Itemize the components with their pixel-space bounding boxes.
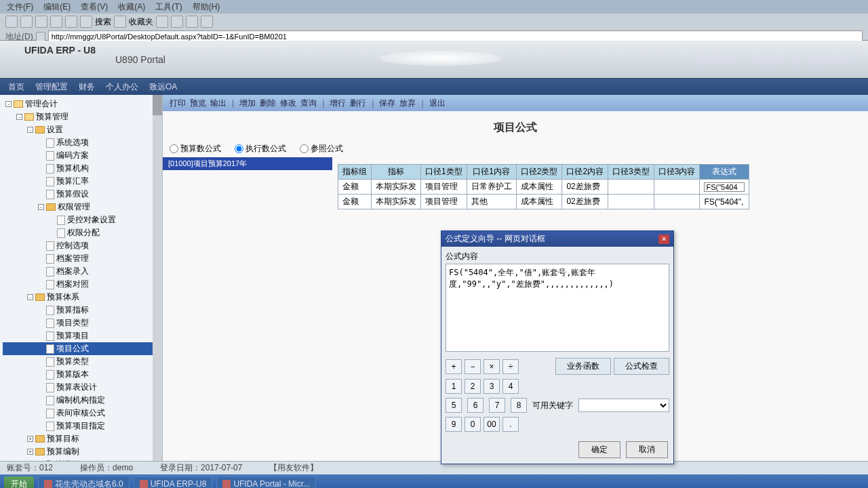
nav-personal[interactable]: 个人办公 [106, 81, 138, 93]
op-div[interactable]: ÷ [502, 359, 519, 374]
tree-node[interactable]: 预算机构 [3, 162, 159, 175]
formula-check-button[interactable]: 公式检查 [614, 358, 669, 375]
task-item[interactable]: UFIDA Portal - Micr... [216, 476, 316, 488]
expand-icon[interactable]: - [16, 114, 22, 120]
stop-icon[interactable] [35, 16, 47, 28]
tree-node[interactable]: 预算版本 [3, 368, 159, 381]
tree-node[interactable]: 预算假设 [3, 188, 159, 201]
num-2[interactable]: 2 [465, 379, 481, 394]
tree-node[interactable]: 受控对象设置 [3, 214, 159, 226]
forward-icon[interactable] [20, 16, 33, 28]
tb-delrow[interactable]: 删行 [350, 98, 366, 109]
col-header[interactable]: 指标 [372, 165, 421, 180]
selected-project-row[interactable]: [01000]项目预算2017年 [163, 157, 332, 170]
op-minus[interactable]: − [465, 359, 481, 374]
tool-icon[interactable] [186, 16, 198, 28]
nav-home[interactable]: 首页 [8, 81, 24, 93]
num-1[interactable]: 1 [446, 379, 462, 394]
num-0[interactable]: 0 [465, 417, 481, 432]
col-header[interactable]: 口径3类型 [608, 165, 654, 180]
refresh-icon[interactable] [50, 16, 62, 28]
num-00[interactable]: 00 [484, 417, 500, 432]
tree-node[interactable]: 预算项目指定 [3, 420, 159, 432]
col-header[interactable]: 口径1类型 [421, 165, 467, 180]
tb-modify[interactable]: 修改 [280, 98, 296, 109]
tree-node[interactable]: +预算目标 [3, 432, 159, 445]
tb-save[interactable]: 保存 [379, 98, 395, 109]
tool-icon[interactable] [201, 16, 213, 28]
table-row[interactable]: 金额本期实际发项目管理其他成本属性02差旅费FS("5404", [338, 195, 749, 209]
tb-add[interactable]: 增加 [239, 98, 256, 109]
keyword-select[interactable] [578, 399, 669, 412]
tb-addrow[interactable]: 增行 [330, 98, 346, 109]
favorites-icon[interactable] [114, 16, 126, 28]
tree-node[interactable]: 预算类型 [3, 355, 159, 368]
num-5[interactable]: 5 [446, 398, 462, 413]
tree-node[interactable]: 档案对照 [3, 278, 159, 291]
home-icon[interactable] [65, 16, 77, 28]
tree-node[interactable]: -权限管理 [3, 201, 159, 214]
menu-fav[interactable]: 收藏(A) [118, 1, 145, 12]
nav-oa[interactable]: 致远OA [149, 81, 177, 93]
col-header[interactable]: 口径2内容 [562, 165, 608, 180]
search-icon[interactable] [80, 16, 92, 28]
op-mult[interactable]: × [484, 359, 500, 374]
tree-node[interactable]: -预算管理 [3, 110, 159, 123]
tool-icon[interactable] [156, 16, 168, 28]
enterprise-platform-link[interactable]: 进入企业应用平台 [793, 56, 859, 66]
tree-node[interactable]: 权限分配 [3, 226, 159, 239]
tree-node[interactable]: 编制机构指定 [3, 394, 159, 407]
dialog-titlebar[interactable]: 公式定义向导 -- 网页对话框 ✕ [441, 231, 673, 247]
expr-cell[interactable] [700, 180, 749, 195]
expr-cell[interactable]: FS("5404", [700, 195, 749, 209]
tree-node[interactable]: 项目公式 [3, 342, 159, 355]
tb-export[interactable]: 输出 [210, 98, 226, 109]
formula-textarea[interactable] [446, 264, 669, 352]
tree-node[interactable]: 控制选项 [3, 239, 159, 252]
tree-node[interactable]: -管理会计 [3, 98, 159, 110]
tree-node[interactable]: 表间审核公式 [3, 407, 159, 420]
radio-ref[interactable]: 参照公式 [300, 143, 343, 155]
expand-icon[interactable]: - [27, 127, 33, 133]
nav-config[interactable]: 管理配置 [35, 81, 68, 93]
menu-tools[interactable]: 工具(T) [155, 1, 182, 12]
tree-node[interactable]: 项目类型 [3, 317, 159, 329]
back-icon[interactable] [5, 16, 18, 28]
change-password-link[interactable]: 修改密码 [749, 56, 782, 66]
expand-icon[interactable]: + [27, 449, 33, 455]
task-item[interactable]: UFIDA ERP-U8 [134, 476, 213, 488]
tree-node[interactable]: 预算指标 [3, 304, 159, 317]
tree-node[interactable]: 系统选项 [3, 136, 159, 149]
tb-delete[interactable]: 删除 [260, 98, 276, 109]
expr-input[interactable] [704, 182, 745, 192]
num-6[interactable]: 6 [467, 398, 484, 413]
tree-node[interactable]: 编码方案 [3, 149, 159, 162]
tree-node[interactable]: 档案录入 [3, 265, 159, 278]
expand-icon[interactable]: + [27, 436, 33, 442]
biz-function-button[interactable]: 业务函数 [555, 358, 611, 375]
cancel-button[interactable]: 取消 [626, 441, 668, 458]
nav-finance[interactable]: 财务 [79, 81, 95, 93]
tree-node[interactable]: +预算调整 [3, 458, 159, 461]
tree-node[interactable]: 档案管理 [3, 252, 159, 265]
expand-icon[interactable]: - [27, 294, 33, 300]
num-4[interactable]: 4 [502, 379, 519, 394]
tb-exit[interactable]: 退出 [429, 98, 446, 109]
menu-view[interactable]: 查看(V) [81, 1, 108, 12]
num-dot[interactable]: . [502, 417, 519, 432]
start-button[interactable]: 开始 [4, 476, 34, 489]
tb-print[interactable]: 打印 [170, 98, 186, 109]
radio-exec[interactable]: 执行数公式 [235, 143, 286, 155]
num-9[interactable]: 9 [446, 417, 462, 432]
tree-node[interactable]: 预算项目 [3, 329, 159, 342]
col-header[interactable]: 口径2类型 [516, 165, 562, 180]
num-7[interactable]: 7 [489, 398, 505, 413]
tb-preview[interactable]: 预览 [190, 98, 206, 109]
num-8[interactable]: 8 [511, 398, 527, 413]
task-item[interactable]: 花生壳动态域名6.0 [38, 476, 130, 489]
table-row[interactable]: 金额本期实际发项目管理日常养护工成本属性02差旅费 [338, 180, 749, 195]
col-header[interactable]: 表达式 [700, 165, 749, 180]
tree-node[interactable]: -设置 [3, 123, 159, 136]
col-header[interactable]: 指标组 [338, 165, 372, 180]
radio-budget[interactable]: 预算数公式 [170, 143, 221, 155]
